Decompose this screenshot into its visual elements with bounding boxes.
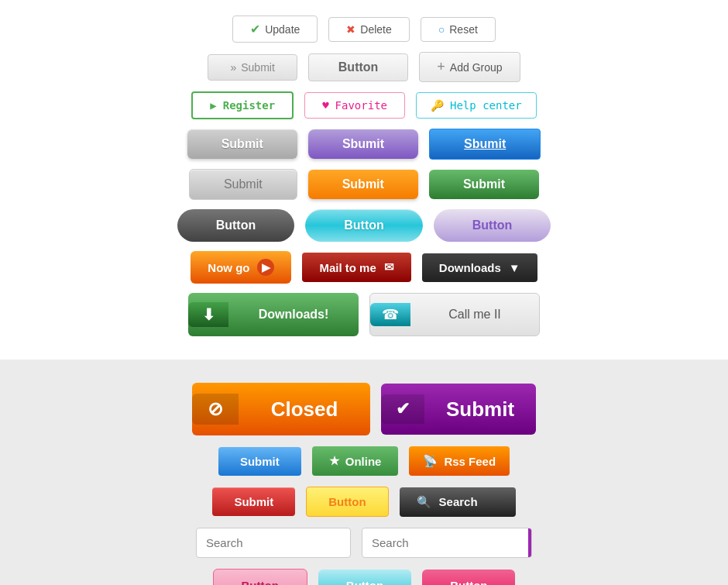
row-nowgo-mail-downloads: Now go ▶ Mail to me ✉ Downloads ▼ xyxy=(191,251,537,284)
search-input-purple: 🔍 xyxy=(362,528,532,558)
register-button[interactable]: ▶ Register xyxy=(191,91,294,119)
cross-icon: ✖ xyxy=(346,23,355,36)
red-submit-button[interactable]: Submit xyxy=(212,487,295,516)
heart-icon: ♥ xyxy=(322,99,328,112)
plain-button[interactable]: Button xyxy=(308,53,409,81)
arrows-icon: » xyxy=(230,61,236,74)
reset-button[interactable]: ○ Reset xyxy=(421,17,496,42)
cyan-pill-button[interactable]: Button xyxy=(305,209,423,242)
row-gray2-orange-green-submit: Submit Submit Submit xyxy=(189,169,539,200)
search-field-purple[interactable] xyxy=(362,529,528,556)
mail-button[interactable]: Mail to me ✉ xyxy=(302,253,410,282)
row-closed-submit-large: ⊘ Closed ✔ Submit xyxy=(192,383,536,435)
online-button[interactable]: ★ Online xyxy=(312,446,399,476)
download-arrow-icon: ▼ xyxy=(509,261,520,274)
check-large-icon: ✔ xyxy=(381,394,424,424)
row-bottom-buttons: Button Button Button xyxy=(213,569,516,585)
hot-pink-button[interactable]: Button xyxy=(422,570,515,585)
search-input-green: 🔍 xyxy=(196,528,351,558)
yellow-button[interactable]: Button xyxy=(306,487,388,517)
green-submit-button[interactable]: Submit xyxy=(429,170,539,199)
search-purple-button[interactable]: 🔍 xyxy=(528,528,532,557)
row-update-delete-reset: ✔ Update ✖ Delete ○ Reset xyxy=(232,15,496,43)
darkgray-pill-button[interactable]: Button xyxy=(177,209,295,242)
phone-icon-box: ☎ xyxy=(370,303,410,326)
circle-icon: ○ xyxy=(438,23,445,36)
arrow-right-icon: ▶ xyxy=(257,259,274,276)
cyan-light-button[interactable]: Button xyxy=(318,570,411,585)
delete-button[interactable]: ✖ Delete xyxy=(328,17,409,42)
pink-light-button[interactable]: Button xyxy=(213,569,307,585)
section-top: ✔ Update ✖ Delete ○ Reset » Submit Butto… xyxy=(0,0,728,360)
submit-arrows-button[interactable]: » Submit xyxy=(208,54,297,81)
gray-submit-button[interactable]: Submit xyxy=(187,129,297,159)
check-icon: ✔ xyxy=(250,22,260,36)
lavender-pill-button[interactable]: Button xyxy=(434,209,551,242)
row-submit-button-addgroup: » Submit Button + Add Group xyxy=(208,52,520,82)
arrow-icon: ▶ xyxy=(210,99,216,112)
row-search-inputs: 🔍 🔍 xyxy=(196,528,532,558)
plus-icon: + xyxy=(437,59,445,75)
question-icon: 🔑 xyxy=(431,99,444,112)
row-gray-purple-blue-submit: Submit Sbumit Sbumit xyxy=(187,129,541,160)
submit-large-button[interactable]: ✔ Submit xyxy=(381,384,536,435)
download-icon-box: ⬇ xyxy=(188,302,228,327)
downloads-wide-button[interactable]: ⬇ Downloads! xyxy=(188,293,359,336)
add-group-button[interactable]: + Add Group xyxy=(419,52,520,82)
row-submit-online-rss: Submit ★ Online 📡 Rss Feed xyxy=(218,446,510,476)
search-icon: 🔍 xyxy=(417,495,431,509)
callme-wide-button[interactable]: ☎ Call me II xyxy=(369,293,540,336)
row-register-favorite-help: ▶ Register ♥ Favorite 🔑 Help center xyxy=(191,91,536,119)
downloads-dark-button[interactable]: Downloads ▼ xyxy=(422,253,537,282)
section-bottom: ⊘ Closed ✔ Submit Submit ★ Online 📡 Rss … xyxy=(0,360,728,585)
purple-submit-button[interactable]: Sbumit xyxy=(308,129,418,159)
star-icon: ★ xyxy=(329,454,339,468)
ban-icon: ⊘ xyxy=(192,394,239,425)
row-downloads-callme: ⬇ Downloads! ☎ Call me II xyxy=(188,293,540,336)
envelope-icon: ✉ xyxy=(384,260,394,274)
search-field-green[interactable] xyxy=(197,529,351,556)
rss-button[interactable]: 📡 Rss Feed xyxy=(409,446,510,476)
rss-icon: 📡 xyxy=(423,454,438,468)
nowgo-button[interactable]: Now go ▶ xyxy=(191,251,291,284)
blue-small-submit-button[interactable]: Submit xyxy=(218,447,301,476)
row-pill-buttons: Button Button Button xyxy=(177,209,551,242)
row-red-yellow-dark: Submit Button 🔍 Search xyxy=(212,487,515,517)
blue-submit-button[interactable]: Sbumit xyxy=(429,129,541,160)
help-button[interactable]: 🔑 Help center xyxy=(416,92,537,119)
dark-search-button[interactable]: 🔍 Search xyxy=(400,487,516,517)
orange-submit-button[interactable]: Submit xyxy=(308,170,418,199)
gray2-submit-button[interactable]: Submit xyxy=(189,169,297,200)
favorite-button[interactable]: ♥ Favorite xyxy=(304,92,405,119)
update-button[interactable]: ✔ Update xyxy=(232,15,318,43)
closed-large-button[interactable]: ⊘ Closed xyxy=(192,383,370,435)
